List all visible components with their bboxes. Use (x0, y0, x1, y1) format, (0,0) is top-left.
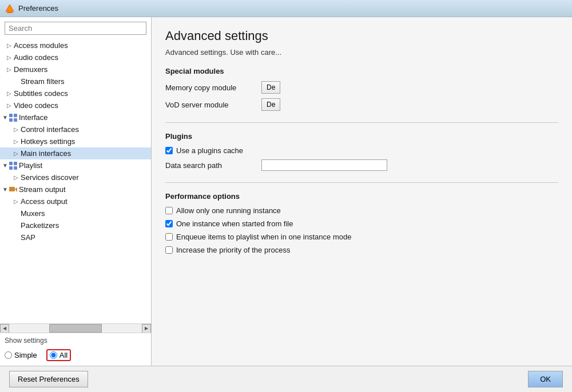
vod-server-label: VoD server module (165, 101, 257, 109)
svg-marker-0 (6, 5, 14, 11)
simple-radio[interactable] (5, 351, 12, 359)
plugins-section: Plugins Use a plugins cache Data search … (165, 132, 558, 171)
scroll-track[interactable] (9, 324, 142, 333)
performance-title: Performance options (165, 192, 558, 201)
increase-priority-label: Increase the priority of the process (176, 246, 290, 254)
tree-item-playlist[interactable]: ▼ Playlist (0, 159, 151, 171)
memory-copy-btn[interactable]: De (261, 81, 280, 94)
increase-priority-checkbox[interactable] (165, 246, 173, 254)
ok-button[interactable]: OK (528, 371, 563, 387)
memory-copy-row: Memory copy module De (165, 81, 558, 94)
tree-item-demuxers[interactable]: ▷ Demuxers (0, 63, 151, 75)
label-muxers: Muxers (21, 209, 149, 218)
all-radio-label[interactable]: All (46, 349, 71, 361)
arrow-subtitles-codecs: ▷ (7, 90, 14, 97)
one-instance-file-checkbox[interactable] (165, 220, 173, 227)
title-bar: Preferences (0, 0, 572, 17)
search-input[interactable] (5, 22, 146, 35)
label-interface: Interface (19, 113, 149, 122)
tree-item-main-interfaces[interactable]: ▷ Main interfaces (0, 147, 151, 159)
arrow-control-interfaces: ▷ (14, 126, 21, 133)
arrow-interface: ▼ (2, 114, 9, 121)
tree-scroll[interactable]: ▷ Access modules ▷ Audio codecs ▷ Demuxe… (0, 39, 151, 323)
data-search-path-input[interactable] (261, 159, 387, 171)
all-label: All (59, 351, 67, 359)
label-access-modules: Access modules (14, 41, 149, 50)
label-hotkeys-settings: Hotkeys settings (21, 137, 149, 146)
arrow-access-output: ▷ (14, 198, 21, 205)
vod-server-btn[interactable]: De (261, 98, 280, 111)
enqueue-items-checkbox[interactable] (165, 233, 173, 241)
label-video-codecs: Video codecs (14, 101, 149, 110)
svg-rect-8 (14, 162, 17, 165)
arrow-services-discover: ▷ (14, 174, 21, 181)
tree-item-subtitles-codecs[interactable]: ▷ Subtitles codecs (0, 87, 151, 99)
perf-row-2: Enqueue items to playlist when in one in… (165, 233, 558, 241)
one-instance-checkbox[interactable] (165, 207, 173, 214)
tree-item-muxers[interactable]: Muxers (0, 207, 151, 219)
left-panel: ▷ Access modules ▷ Audio codecs ▷ Demuxe… (0, 17, 152, 366)
arrow-video-codecs: ▷ (7, 102, 14, 109)
tree-container: ▷ Access modules ▷ Audio codecs ▷ Demuxe… (0, 39, 151, 323)
scroll-left-btn[interactable]: ◀ (0, 324, 9, 333)
tree-item-audio-codecs[interactable]: ▷ Audio codecs (0, 51, 151, 63)
tree-item-control-interfaces[interactable]: ▷ Control interfaces (0, 123, 151, 135)
arrow-hotkeys-settings: ▷ (14, 138, 21, 145)
tree-item-sap[interactable]: SAP (0, 231, 151, 243)
label-services-discover: Services discover (21, 173, 149, 182)
tree-item-video-codecs[interactable]: ▷ Video codecs (0, 99, 151, 111)
use-cache-checkbox[interactable] (165, 147, 173, 154)
arrow-main-interfaces: ▷ (14, 150, 21, 157)
svg-rect-10 (14, 166, 17, 170)
arrow-demuxers: ▷ (7, 66, 14, 73)
data-search-path-row: Data search path (165, 159, 558, 171)
svg-rect-9 (9, 166, 13, 170)
stream-output-icon (9, 186, 17, 194)
tree-item-access-output[interactable]: ▷ Access output (0, 195, 151, 207)
reset-preferences-button[interactable]: Reset Preferences (9, 371, 88, 387)
vod-server-row: VoD server module De (165, 98, 558, 111)
one-instance-file-label: One instance when started from file (176, 219, 293, 228)
svg-rect-6 (14, 118, 17, 122)
memory-copy-label: Memory copy module (165, 83, 257, 92)
data-search-path-label: Data search path (165, 161, 257, 170)
horizontal-scrollbar[interactable]: ◀ ▶ (0, 323, 151, 333)
arrow-access-modules: ▷ (7, 42, 14, 49)
svg-marker-12 (15, 187, 17, 192)
arrow-playlist: ▼ (2, 162, 9, 169)
interface-icon (9, 114, 17, 122)
label-sap: SAP (21, 233, 149, 242)
enqueue-items-label: Enqueue items to playlist when in one in… (176, 233, 351, 241)
label-demuxers: Demuxers (14, 65, 149, 74)
page-subtitle: Advanced settings. Use with care... (165, 48, 558, 57)
svg-rect-5 (9, 118, 13, 122)
special-modules-title: Special modules (165, 67, 558, 75)
svg-rect-11 (9, 187, 15, 191)
label-playlist: Playlist (19, 161, 149, 170)
arrow-stream-output: ▼ (2, 186, 9, 193)
divider-1 (165, 122, 558, 123)
tree-item-hotkeys-settings[interactable]: ▷ Hotkeys settings (0, 135, 151, 147)
tree-item-access-modules[interactable]: ▷ Access modules (0, 39, 151, 51)
label-subtitles-codecs: Subtitles codecs (14, 89, 149, 98)
tree-item-packetizers[interactable]: Packetizers (0, 219, 151, 231)
vlc-icon (5, 3, 15, 14)
dialog: ▷ Access modules ▷ Audio codecs ▷ Demuxe… (0, 17, 572, 392)
use-cache-label: Use a plugins cache (176, 146, 243, 155)
label-audio-codecs: Audio codecs (14, 53, 149, 62)
svg-rect-4 (14, 114, 17, 117)
tree-item-interface[interactable]: ▼ Interface (0, 111, 151, 123)
show-settings-label: Show settings (0, 333, 151, 347)
all-radio[interactable] (50, 351, 57, 359)
simple-radio-label[interactable]: Simple (5, 351, 37, 359)
tree-item-stream-output[interactable]: ▼ Stream output (0, 183, 151, 195)
svg-rect-3 (9, 114, 13, 117)
bottom-bar: Reset Preferences OK (0, 366, 572, 392)
scroll-right-btn[interactable]: ▶ (142, 324, 151, 333)
scroll-thumb[interactable] (49, 324, 102, 333)
perf-row-1: One instance when started from file (165, 219, 558, 228)
special-modules-section: Special modules Memory copy module De Vo… (165, 67, 558, 111)
tree-item-stream-filters[interactable]: Stream filters (0, 75, 151, 87)
settings-radio-row: Simple All (0, 347, 151, 366)
tree-item-services-discover[interactable]: ▷ Services discover (0, 171, 151, 183)
